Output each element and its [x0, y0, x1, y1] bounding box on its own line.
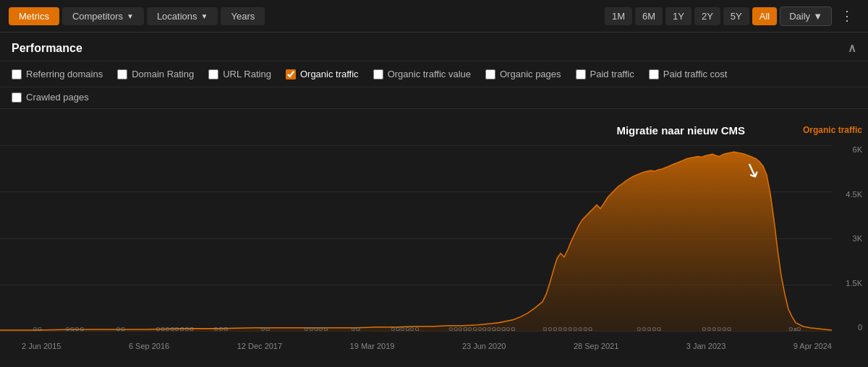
annotation-text: Migratie naar nieuw CMS: [616, 124, 745, 138]
competitors-button[interactable]: Competitors ▼: [62, 7, 144, 25]
locations-arrow-icon: ▼: [201, 12, 208, 20]
performance-header: Performance ∧: [0, 33, 868, 61]
x-label-2016: 6 Sep 2016: [129, 342, 169, 350]
x-label-2024: 9 Apr 2024: [793, 342, 832, 350]
y-label-4-5k: 4.5K: [846, 190, 862, 199]
x-label-2021: 28 Sep 2021: [574, 342, 618, 350]
x-label-2015: 2 Jun 2015: [22, 342, 61, 350]
organic-pages-input[interactable]: [485, 69, 495, 79]
competitors-arrow-icon: ▼: [127, 12, 134, 20]
x-axis: 2 Jun 2015 6 Sep 2016 12 Dec 2017 19 Mar…: [22, 342, 832, 350]
y-axis: 6K 4.5K 3K 1.5K 0: [846, 109, 862, 353]
time-all-button[interactable]: All: [752, 7, 777, 25]
svg-text:⊙a⊙: ⊙a⊙: [788, 326, 801, 332]
competitors-label: Competitors: [72, 11, 123, 22]
svg-text:⊙G: ⊙G: [33, 326, 42, 332]
y-label-1-5k: 1.5K: [846, 279, 862, 288]
domain-rating-input[interactable]: [117, 69, 127, 79]
toolbar: Metrics Competitors ▼ Locations ▼ Years …: [0, 0, 868, 33]
svg-text:⊙G⊙G⊙G⊙G⊙G⊙G⊙G: ⊙G⊙G⊙G⊙G⊙G⊙G⊙G: [448, 326, 516, 332]
locations-label: Locations: [157, 11, 197, 22]
metrics-checkboxes: Referring domains Domain Rating URL Rati…: [0, 61, 868, 87]
paid-traffic-checkbox[interactable]: Paid traffic: [576, 69, 634, 79]
daily-dropdown-button[interactable]: Daily ▼: [780, 7, 832, 26]
collapse-icon[interactable]: ∧: [848, 41, 856, 55]
time-1m-button[interactable]: 1M: [605, 7, 632, 25]
daily-arrow-icon: ▼: [813, 11, 822, 22]
domain-rating-checkbox[interactable]: Domain Rating: [117, 69, 194, 79]
y-label-6k: 6K: [846, 145, 862, 154]
organic-traffic-chart-label: Organic traffic: [803, 125, 862, 135]
organic-traffic-value-checkbox[interactable]: Organic traffic value: [373, 69, 471, 79]
organic-pages-checkbox[interactable]: Organic pages: [485, 69, 561, 79]
y-label-0: 0: [846, 323, 862, 332]
more-options-button[interactable]: ⋮: [835, 4, 859, 27]
domain-rating-label: Domain Rating: [132, 69, 194, 79]
time-1y-button[interactable]: 1Y: [665, 7, 692, 25]
organic-traffic-label: Organic traffic: [300, 69, 359, 79]
crawled-pages-input[interactable]: [12, 92, 22, 103]
metrics-checkboxes-row2: Crawled pages: [0, 87, 868, 109]
organic-traffic-input[interactable]: [286, 69, 296, 79]
performance-title: Performance: [12, 42, 82, 55]
organic-traffic-value-label: Organic traffic value: [388, 69, 471, 79]
x-label-2017: 12 Dec 2017: [237, 342, 282, 350]
y-label-3k: 3K: [846, 234, 862, 243]
svg-text:⊙⊙⊙⊙⊙G: ⊙⊙⊙⊙⊙G: [702, 326, 731, 332]
x-label-2023: 3 Jan 2023: [686, 342, 726, 350]
referring-domains-input[interactable]: [12, 69, 22, 79]
organic-pages-label: Organic pages: [500, 69, 561, 79]
paid-traffic-cost-input[interactable]: [649, 69, 659, 79]
paid-traffic-cost-label: Paid traffic cost: [663, 69, 728, 79]
svg-text:⊙G⊙G⊙G⊙G: ⊙G⊙G⊙G⊙G: [156, 326, 194, 332]
svg-text:⊙G⊙G⊙G: ⊙G⊙G⊙G: [391, 326, 420, 332]
google-dots-svg: ⊙G ⊙G⊙G ⊙G ⊙G⊙G⊙G⊙G ⊙⊙G ⊙G ⊙⊙G⊙G ⊙G ⊙G⊙G…: [22, 322, 832, 332]
paid-traffic-input[interactable]: [576, 69, 586, 79]
chart-area: Migratie naar nieuw CMS ↘ Organic traffi…: [0, 109, 868, 353]
paid-traffic-label: Paid traffic: [590, 69, 634, 79]
annotation-label: Migratie naar nieuw CMS: [616, 124, 745, 137]
url-rating-checkbox[interactable]: URL Rating: [208, 69, 271, 79]
svg-text:⊙⊙G: ⊙⊙G: [213, 326, 228, 332]
metrics-button[interactable]: Metrics: [9, 7, 59, 25]
locations-button[interactable]: Locations ▼: [147, 7, 218, 25]
referring-domains-label: Referring domains: [26, 69, 103, 79]
time-6m-button[interactable]: 6M: [635, 7, 663, 25]
crawled-pages-label: Crawled pages: [26, 92, 89, 103]
time-range-controls: 1M 6M 1Y 2Y 5Y All Daily ▼ ⋮: [605, 4, 859, 27]
organic-traffic-chart: [0, 145, 832, 332]
svg-text:⊙⊙⊙⊙G: ⊙⊙⊙⊙G: [637, 326, 661, 332]
svg-text:⊙G⊙G: ⊙G⊙G: [65, 326, 84, 332]
daily-label: Daily: [789, 11, 810, 22]
svg-text:⊙G: ⊙G: [116, 326, 125, 332]
referring-domains-checkbox[interactable]: Referring domains: [12, 69, 103, 79]
time-5y-button[interactable]: 5Y: [723, 7, 749, 25]
svg-text:⊙⊙G⊙G: ⊙⊙G⊙G: [304, 326, 328, 332]
url-rating-label: URL Rating: [223, 69, 271, 79]
time-2y-button[interactable]: 2Y: [694, 7, 720, 25]
years-button[interactable]: Years: [221, 7, 265, 25]
url-rating-input[interactable]: [208, 69, 218, 79]
organic-traffic-value-input[interactable]: [373, 69, 383, 79]
google-updates-row: ⊙G ⊙G⊙G ⊙G ⊙G⊙G⊙G⊙G ⊙⊙G ⊙G ⊙⊙G⊙G ⊙G ⊙G⊙G…: [22, 321, 832, 333]
x-label-2019: 19 Mar 2019: [350, 342, 395, 350]
x-label-2020: 23 Jun 2020: [462, 342, 506, 350]
svg-text:⊙G: ⊙G: [260, 326, 270, 332]
svg-text:⊙G: ⊙G: [351, 326, 360, 332]
crawled-pages-checkbox[interactable]: Crawled pages: [12, 92, 856, 103]
paid-traffic-cost-checkbox[interactable]: Paid traffic cost: [649, 69, 728, 79]
organic-traffic-checkbox[interactable]: Organic traffic: [286, 69, 359, 79]
svg-text:⊙⊙⊙⊙⊙⊙⊙⊙⊙G: ⊙⊙⊙⊙⊙⊙⊙⊙⊙G: [542, 326, 592, 332]
